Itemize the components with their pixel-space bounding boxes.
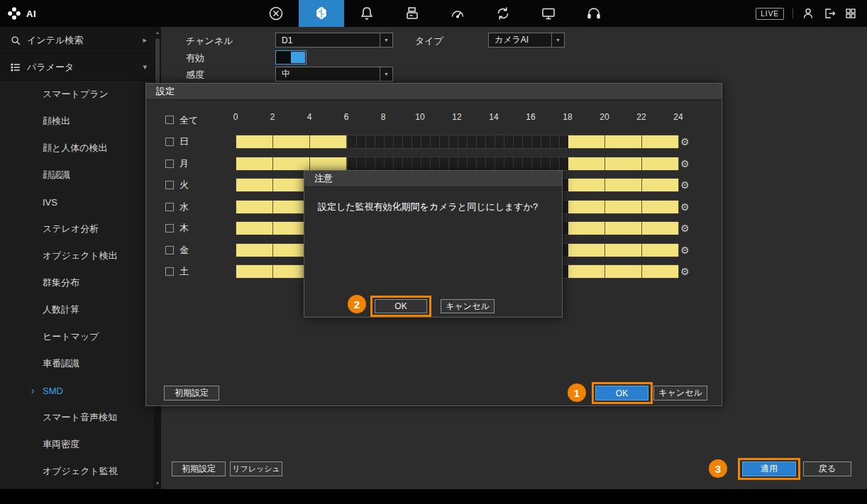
default-button[interactable]: 初期設定 — [172, 461, 226, 476]
sidebar-item-smart-audio-detection[interactable]: スマート音声検知 — [0, 404, 154, 431]
event-menu-button[interactable] — [253, 0, 299, 27]
sidebar-group-parameters[interactable]: パラメータ ▾ — [0, 54, 154, 81]
annotation-step-2: 2 — [348, 295, 366, 313]
sidebar-item-ivs[interactable]: IVS — [0, 189, 154, 215]
dialog-title: 注意 — [304, 171, 562, 187]
sidebar-item-label: 顔認識 — [43, 169, 70, 181]
sensitivity-select-value: 中 — [276, 68, 380, 80]
maintenance-menu-button[interactable] — [435, 0, 480, 27]
schedule-track[interactable] — [236, 157, 678, 171]
schedule-active-segment[interactable] — [568, 157, 679, 170]
sidebar-item-face-recognition[interactable]: 顔認識 — [0, 162, 154, 189]
sidebar-item-object-detection[interactable]: オブジェクト検出 — [0, 242, 154, 269]
day-checkbox[interactable] — [165, 181, 174, 189]
sidebar-item-crowd-distribution[interactable]: 群集分布 — [0, 269, 154, 296]
annotation-step-1: 1 — [568, 383, 586, 402]
hour-tick-label: 4 — [307, 112, 312, 122]
sidebar-item-smart-plan[interactable]: スマートプラン — [0, 81, 154, 108]
gear-icon[interactable]: ⚙ — [680, 244, 690, 257]
schedule-ok-button[interactable]: OK — [595, 386, 648, 401]
ai-menu-button[interactable] — [299, 0, 344, 27]
alarm-bell-icon — [358, 5, 375, 22]
sensitivity-select[interactable]: 中 ▼ — [275, 67, 393, 82]
sidebar-item-smd[interactable]: › SMD — [0, 377, 154, 404]
day-checkbox[interactable] — [165, 138, 174, 146]
schedule-active-segment[interactable] — [568, 222, 679, 235]
confirm-ok-button[interactable]: OK — [375, 299, 427, 313]
type-label: タイプ — [415, 33, 443, 48]
backup-sync-icon — [495, 5, 512, 22]
sidebar-item-people-counting[interactable]: 人数計算 — [0, 296, 154, 323]
gear-icon[interactable]: ⚙ — [680, 179, 690, 191]
ai-brain-icon — [313, 5, 330, 22]
sidebar-item-label: 顔検出 — [43, 115, 70, 128]
type-select[interactable]: カメラAI ▼ — [488, 33, 565, 47]
scroll-up-icon[interactable]: ▲ — [154, 28, 161, 37]
sidebar-item-face-detection[interactable]: 顔検出 — [0, 108, 154, 135]
live-badge[interactable]: LIVE — [756, 8, 784, 20]
schedule-default-button[interactable]: 初期設定 — [164, 386, 219, 401]
schedule-active-segment[interactable] — [236, 157, 347, 170]
channel-select[interactable]: D1 ▼ — [275, 33, 393, 47]
apply-button[interactable]: 適用 — [742, 461, 796, 476]
sidebar-item-stereo-analysis[interactable]: ステレオ分析 — [0, 215, 154, 242]
gear-icon[interactable]: ⚙ — [680, 222, 690, 235]
all-days-checkbox[interactable] — [165, 116, 174, 124]
refresh-button[interactable]: リフレッシュ — [230, 461, 282, 476]
user-account-button[interactable] — [802, 7, 814, 20]
gear-icon[interactable]: ⚙ — [680, 201, 690, 213]
alarm-menu-button[interactable] — [344, 0, 390, 27]
day-checkbox[interactable] — [165, 246, 174, 254]
day-checkbox[interactable] — [165, 224, 174, 233]
type-select-value: カメラAI — [489, 34, 551, 46]
sidebar-item-heatmap[interactable]: ヒートマップ — [0, 323, 154, 350]
day-label: 木 — [180, 221, 189, 235]
schedule-active-segment[interactable] — [568, 135, 679, 148]
sidebar-item-label: IVS — [43, 197, 57, 208]
pos-menu-button[interactable] — [390, 0, 435, 27]
sensitivity-label: 感度 — [186, 67, 204, 82]
day-label: 金 — [180, 243, 189, 257]
hour-tick-label: 0 — [233, 112, 238, 122]
gear-icon[interactable]: ⚙ — [680, 135, 690, 148]
logout-button[interactable] — [823, 7, 836, 20]
arrow-down-icon: ▾ — [143, 62, 147, 72]
day-checkbox[interactable] — [165, 203, 174, 211]
sidebar-item-vehicle-density[interactable]: 車両密度 — [0, 431, 154, 458]
pos-machine-icon — [404, 5, 421, 22]
back-button[interactable]: 戻る — [803, 461, 851, 476]
hour-tick-label: 2 — [270, 112, 275, 122]
day-checkbox[interactable] — [165, 159, 174, 168]
sidebar-group-label: インテル検索 — [27, 34, 143, 47]
sidebar-item-anpr[interactable]: 車番認識 — [0, 350, 154, 377]
day-checkbox[interactable] — [165, 267, 174, 276]
schedule-active-segment[interactable] — [568, 179, 679, 191]
arrow-right-icon: ▸ — [143, 35, 147, 45]
enable-toggle[interactable] — [275, 50, 307, 65]
maintenance-gauge-icon — [449, 5, 466, 22]
sidebar-group-intel-search[interactable]: インテル検索 ▸ — [0, 27, 154, 54]
dropdown-arrow-icon: ▼ — [380, 67, 392, 81]
gear-icon[interactable]: ⚙ — [680, 265, 690, 278]
hour-tick-label: 6 — [344, 112, 349, 122]
gear-icon[interactable]: ⚙ — [680, 157, 690, 170]
hour-tick-label: 22 — [636, 112, 646, 122]
schedule-active-segment[interactable] — [236, 135, 347, 148]
display-menu-button[interactable] — [526, 0, 571, 27]
apps-grid-button[interactable] — [844, 7, 857, 20]
scroll-down-icon[interactable]: ▼ — [154, 479, 161, 488]
schedule-track[interactable] — [236, 135, 678, 149]
confirm-cancel-button[interactable]: キャンセル — [441, 299, 495, 313]
apps-grid-icon — [844, 7, 857, 20]
channel-label: チャンネル — [186, 33, 233, 48]
day-label: 土 — [180, 264, 189, 279]
sidebar-item-face-body-detection[interactable]: 顔と人体の検出 — [0, 135, 154, 162]
schedule-active-segment[interactable] — [568, 265, 679, 278]
schedule-cancel-button[interactable]: キャンセル — [653, 386, 707, 401]
schedule-active-segment[interactable] — [568, 201, 679, 213]
sidebar-item-object-monitoring[interactable]: オブジェクト監視 — [0, 458, 154, 485]
audio-menu-button[interactable] — [571, 0, 617, 27]
schedule-active-segment[interactable] — [568, 244, 679, 257]
backup-menu-button[interactable] — [480, 0, 526, 27]
chevron-right-icon: › — [31, 385, 35, 396]
